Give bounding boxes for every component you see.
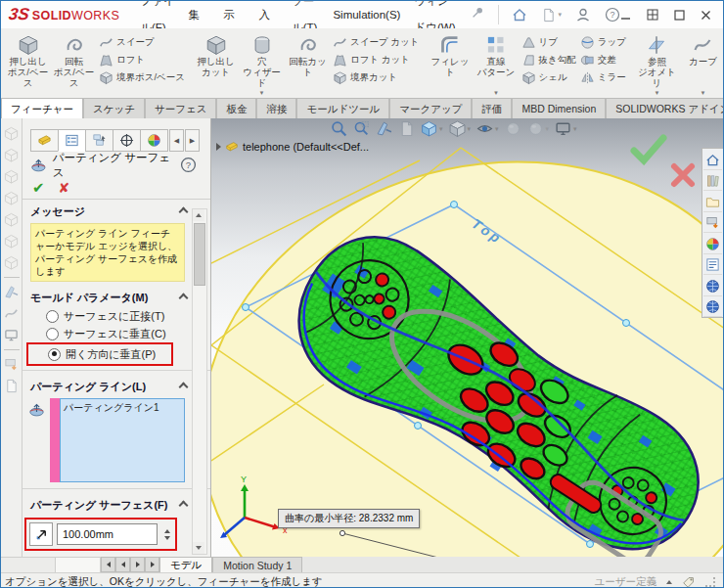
radio-tangent-to-surface[interactable]: サーフェスに正接(T) [23,307,210,325]
rib-button[interactable]: リブ [521,35,576,50]
view-cube-icon[interactable] [4,234,19,249]
parting-line-selection-box[interactable]: パーティングライン1 [60,398,185,482]
radio-perpendicular-to-pull[interactable]: 開く方向に垂直(P) [28,345,171,363]
appearances-scenes-icon[interactable] [703,235,722,254]
mirror-button[interactable]: ミラー [580,70,626,85]
reference-geometry-button[interactable]: 参照ジオメトリ▼ [634,30,680,98]
graphics-viewport[interactable]: Top [211,118,724,557]
tab-addins[interactable]: SOLIDWORKS アドイン [606,98,724,118]
chevron-down-icon[interactable]: ▼ [259,90,265,96]
loft-cut-button[interactable]: ロフト カット [333,53,419,68]
loft-button[interactable]: ロフト [99,53,185,68]
distance-spinner[interactable] [161,523,172,545]
maximize-icon[interactable] [674,10,685,21]
view-orientation-icon[interactable]: ▾ [421,120,443,137]
radio-icon[interactable] [46,310,59,323]
design-library-icon[interactable] [703,172,722,192]
radio-selected-icon[interactable] [48,348,61,361]
minimize-icon[interactable] [620,10,631,21]
last-tab-icon[interactable] [145,557,159,572]
solidworks-resources-icon[interactable] [703,298,722,318]
curves-button[interactable]: カーブ▼ [680,30,724,98]
edit-appearance-icon[interactable] [505,120,521,137]
view-cube-icon[interactable] [4,212,19,227]
resize-grip[interactable] [705,577,715,587]
draft-button[interactable]: 抜き勾配 [521,53,576,68]
confirm-cancel-button[interactable] [669,161,697,189]
propertymanager-tab[interactable] [58,129,86,152]
parting-surface-section-header[interactable]: パーティング サーフェス(F) [23,493,210,515]
paste-tool-icon[interactable] [4,379,19,393]
radio-icon[interactable] [46,328,59,340]
tab-weldments[interactable]: 溶接 [256,98,296,118]
confirm-ok-button[interactable] [630,134,667,165]
rotate-view-icon[interactable] [398,120,415,137]
chevron-down-icon[interactable]: ▼ [700,90,705,96]
scroll-up-icon[interactable] [193,209,204,221]
home-tab-icon[interactable] [703,151,722,170]
custom-properties-icon[interactable] [703,256,722,276]
tab-evaluate[interactable]: 評価 [472,98,512,118]
radio-normal-to-surface[interactable]: サーフェスに垂直(C) [23,325,210,342]
motion-study-tab[interactable]: Motion Study 1 [212,557,302,572]
feature-tree-root[interactable]: telephone (Default<<Def... [216,140,369,154]
tab-mold-tools[interactable]: モールドツール [296,98,389,118]
extrude-cut-button[interactable]: 押し出しカット [193,30,239,98]
view-cube-icon[interactable] [4,169,19,184]
scroll-down-icon[interactable] [193,542,204,554]
display-tool-icon[interactable] [4,328,19,342]
extrude-boss-button[interactable]: 押し出しボス/ベース [5,30,51,98]
message-section-header[interactable]: メッセージ [23,200,210,221]
tab-markup[interactable]: マークアップ [389,98,472,118]
display-style-icon[interactable]: ▾ [449,120,472,137]
parting-line-section-header[interactable]: パーティング ライン(L) [23,375,210,396]
tab-scroll-right-icon[interactable]: ▶ [185,129,200,152]
view-palette-icon[interactable] [703,214,722,234]
help-icon[interactable] [180,157,203,175]
shell-button[interactable]: シェル [521,70,576,85]
close-icon[interactable] [701,10,711,21]
featuremanager-tab[interactable] [30,129,59,152]
view-cube-icon[interactable] [4,126,19,141]
new-document-icon[interactable]: ▾ [541,8,562,23]
displaymanager-tab[interactable] [140,129,168,152]
copy-tool-icon[interactable] [4,357,19,372]
panel-scrollbar[interactable] [192,208,207,555]
tab-sketch[interactable]: スケッチ [83,98,145,118]
ok-button[interactable]: ✔ [32,179,45,197]
cancel-button[interactable]: ✘ [59,180,70,196]
file-explorer-icon[interactable] [703,193,722,212]
sweep-cut-button[interactable]: スイープ カット [333,35,419,50]
hide-show-items-icon[interactable]: ▾ [476,120,499,137]
reverse-direction-button[interactable] [29,522,53,546]
tag-icon[interactable] [682,575,696,588]
sketch-tool-icon[interactable] [4,306,19,321]
view-cube-icon[interactable] [4,191,19,205]
tab-scroll-left-icon[interactable]: ◀ [169,129,184,152]
section-view-icon[interactable] [376,120,392,137]
prev-tab-icon[interactable] [115,557,130,572]
model-tab[interactable]: モデル [159,557,212,572]
wrap-button[interactable]: ラップ [580,35,626,50]
first-tab-icon[interactable] [101,557,115,572]
menu-simulation[interactable]: Simulation(S) [326,2,407,28]
linear-pattern-button[interactable]: 直線パターン▼ [474,30,520,98]
chevron-down-icon[interactable]: ▼ [493,90,499,96]
mold-params-section-header[interactable]: モールド パラメータ(M) [23,286,210,307]
tab-mbd-dimension[interactable]: MBD Dimension [512,98,606,118]
configurationmanager-tab[interactable] [85,129,113,152]
intersect-button[interactable]: 交差 [580,53,626,68]
view-settings-icon[interactable]: ▾ [555,120,577,137]
view-cube-icon[interactable] [4,148,19,162]
next-tab-icon[interactable] [130,557,145,572]
expand-arrow-icon[interactable] [216,143,221,151]
home-icon[interactable] [512,7,527,23]
revolve-cut-button[interactable]: 回転カット [285,30,331,98]
apply-scene-icon[interactable]: ▾ [527,120,550,137]
help-icon[interactable] [605,7,620,23]
pin-menu-icon[interactable] [471,6,484,23]
revolve-boss-button[interactable]: 回転ボス/ベース [51,30,97,98]
user-icon[interactable] [575,7,591,23]
sweep-button[interactable]: スイープ [99,35,185,50]
layout-grid-icon[interactable] [647,9,658,21]
